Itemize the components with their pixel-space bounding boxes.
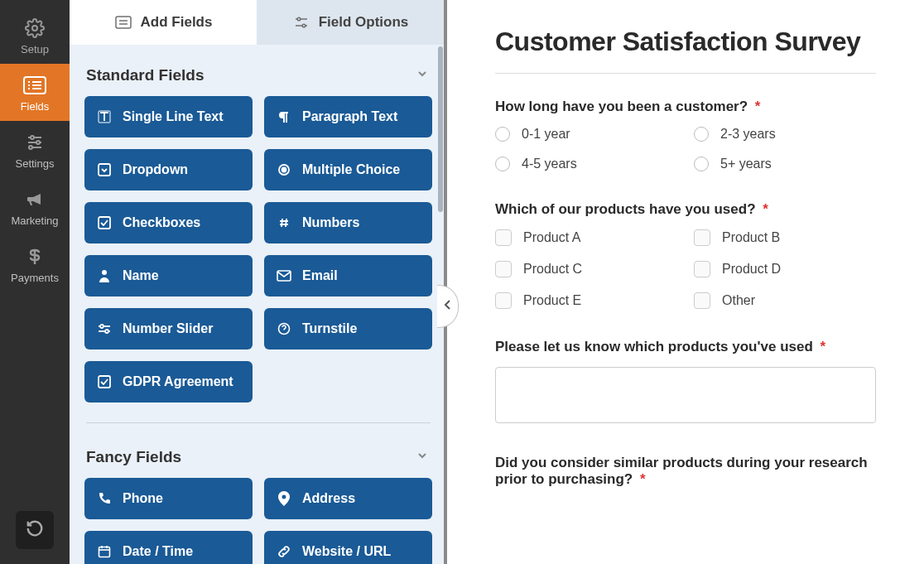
field-button-label: Email (302, 268, 338, 283)
required-mark: * (640, 471, 646, 487)
field-button-label: Checkboxes (123, 215, 200, 230)
field-button-label: GDPR Agreement (123, 374, 233, 389)
section-title: Fancy Fields (86, 448, 181, 466)
required-mark: * (755, 99, 761, 114)
svg-rect-25 (99, 217, 110, 229)
field-name[interactable]: Name (84, 255, 253, 296)
rail-item-setup[interactable]: Setup (0, 7, 70, 64)
hash-icon (276, 215, 292, 231)
option-label: Product D (722, 262, 781, 277)
link-icon (276, 543, 292, 560)
svg-point-13 (29, 146, 32, 149)
field-gdpr-agreement[interactable]: GDPR Agreement (84, 361, 253, 403)
products-used-textarea[interactable] (495, 367, 876, 423)
option-label: Product C (523, 262, 582, 277)
radio-icon (495, 127, 510, 142)
sliders-icon (292, 15, 310, 30)
field-turnstile[interactable]: Turnstile (264, 308, 432, 349)
form-icon (114, 15, 132, 30)
dollar-icon (23, 245, 46, 268)
rail-item-settings[interactable]: Settings (0, 121, 70, 178)
radio-icon (276, 161, 292, 178)
field-button-label: Dropdown (123, 162, 188, 177)
rail-item-fields[interactable]: Fields (0, 64, 70, 121)
field-button-label: Number Slider (123, 321, 213, 336)
field-paragraph-text[interactable]: Paragraph Text (264, 96, 432, 137)
tab-add-fields[interactable]: Add Fields (70, 0, 257, 45)
radio-icon (495, 157, 510, 171)
radio-option[interactable]: 5+ years (694, 157, 876, 171)
rail-label: Payments (11, 272, 59, 284)
svg-point-0 (32, 26, 37, 31)
list-icon (23, 74, 46, 97)
checkbox-option[interactable]: Product C (495, 261, 677, 277)
required-mark: * (821, 339, 826, 354)
option-label: Other (722, 293, 755, 308)
calendar-icon (96, 543, 113, 560)
undo-icon (26, 519, 44, 541)
checkbox-icon (495, 292, 512, 309)
field-date-time[interactable]: Date / Time (84, 531, 253, 564)
section-fancy-fields[interactable]: Fancy Fields (81, 441, 436, 478)
title-divider (495, 73, 876, 74)
tab-label: Add Fields (141, 14, 213, 31)
chevron-down-icon (416, 67, 429, 84)
panel-scrollbar[interactable] (438, 46, 443, 212)
checkbox-icon (694, 229, 710, 246)
field-website-url[interactable]: Website / URL (264, 531, 432, 564)
svg-point-24 (282, 168, 286, 172)
field-button-label: Address (302, 491, 355, 506)
svg-point-29 (100, 325, 103, 328)
svg-rect-33 (99, 376, 110, 388)
question-label-1: How long have you been a customer? * (495, 99, 876, 115)
rail-label: Setup (21, 43, 49, 55)
radio-option[interactable]: 2-3 years (694, 127, 876, 142)
section-divider (86, 422, 431, 423)
radio-option[interactable]: 4-5 years (495, 157, 677, 171)
svg-rect-34 (99, 547, 110, 557)
tab-field-options[interactable]: Field Options (257, 0, 444, 45)
question-2-options: Product AProduct BProduct CProduct DProd… (495, 229, 876, 309)
rail-label: Marketing (11, 215, 58, 227)
rail-item-marketing[interactable]: Marketing (0, 178, 70, 235)
radio-option[interactable]: 0-1 year (495, 127, 677, 142)
field-button-label: Multiple Choice (302, 162, 400, 177)
field-email[interactable]: Email (264, 255, 432, 296)
chevron-down-icon (416, 449, 429, 465)
field-button-label: Website / URL (302, 544, 391, 559)
svg-point-31 (105, 330, 108, 333)
fields-panel: Add Fields Field Options Standard Fields… (70, 0, 447, 564)
radio-icon (694, 127, 709, 142)
field-button-label: Single Line Text (123, 109, 224, 124)
field-multiple-choice[interactable]: Multiple Choice (264, 149, 432, 190)
checkbox-icon (495, 261, 512, 277)
rail-label: Settings (16, 157, 55, 170)
section-title: Standard Fields (86, 66, 205, 84)
phone-icon (96, 490, 113, 507)
section-standard-fields[interactable]: Standard Fields (81, 60, 436, 96)
checkbox-option[interactable]: Other (694, 292, 876, 309)
checkbox-option[interactable]: Product D (694, 261, 876, 277)
sliders-icon (23, 131, 46, 154)
field-single-line-text[interactable]: Single Line Text (84, 96, 253, 137)
svg-point-20 (302, 24, 306, 27)
checkbox-option[interactable]: Product B (694, 229, 876, 246)
rail-item-payments[interactable]: Payments (0, 235, 70, 292)
field-number-slider[interactable]: Number Slider (84, 308, 253, 349)
checkbox-option[interactable]: Product E (495, 292, 677, 309)
svg-point-26 (102, 270, 107, 275)
undo-button[interactable] (16, 511, 54, 549)
panel-body: Standard Fields Single Line TextParagrap… (70, 45, 444, 564)
field-button-label: Turnstile (302, 321, 357, 336)
left-rail: Setup Fields Settings Marketing Payments (0, 0, 70, 564)
field-address[interactable]: Address (264, 478, 432, 519)
question-label-4: Did you consider similar products during… (495, 455, 876, 488)
mail-icon (276, 268, 292, 284)
question-1-options: 0-1 year2-3 years4-5 years5+ years (495, 127, 876, 171)
field-phone[interactable]: Phone (84, 478, 253, 519)
pin-icon (276, 490, 292, 507)
field-numbers[interactable]: Numbers (264, 202, 432, 243)
field-checkboxes[interactable]: Checkboxes (84, 202, 253, 243)
checkbox-option[interactable]: Product A (495, 229, 677, 246)
field-dropdown[interactable]: Dropdown (84, 149, 253, 190)
